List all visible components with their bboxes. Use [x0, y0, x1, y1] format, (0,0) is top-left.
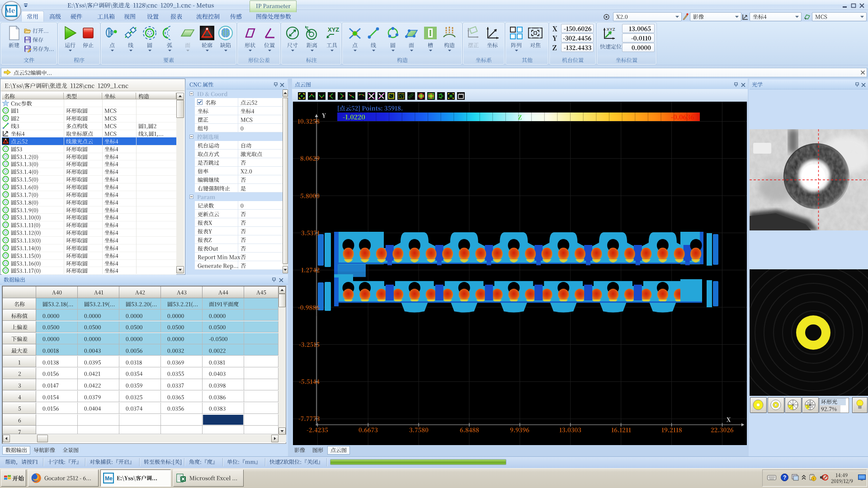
svg-text:?: ?	[783, 474, 786, 481]
svg-text:XYZ: XYZ	[607, 27, 615, 32]
svg-text:R: R	[450, 94, 453, 99]
svg-text:Me: Me	[105, 475, 113, 482]
svg-text:!: !	[813, 477, 814, 480]
svg-text:XYZ: XYZ	[328, 26, 339, 33]
